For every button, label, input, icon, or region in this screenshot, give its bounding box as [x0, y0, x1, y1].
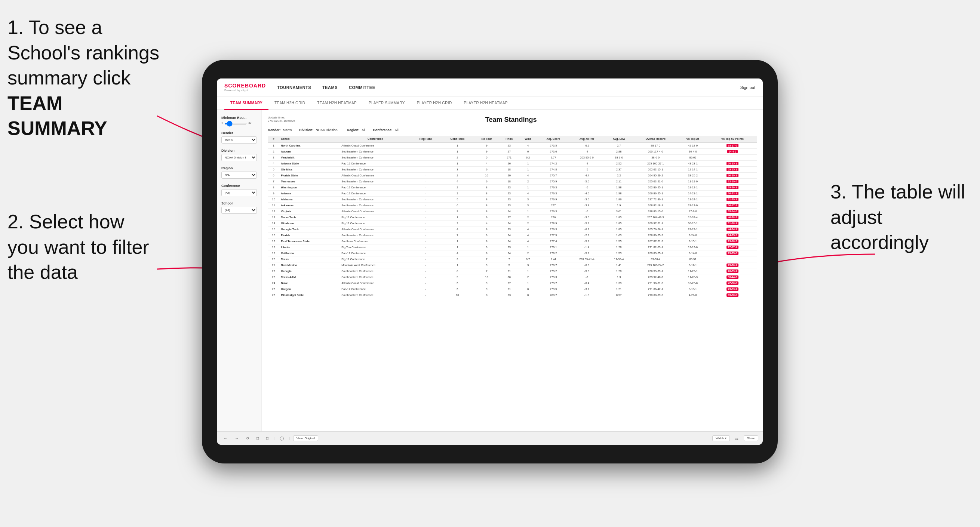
table-cell: -	[410, 203, 441, 209]
share-button[interactable]: Share	[744, 435, 758, 441]
table-cell: 25	[268, 286, 279, 292]
table-cell: -2.9	[570, 232, 604, 238]
subnav-player-h2h-grid[interactable]: PLAYER H2H GRID	[411, 97, 458, 110]
filter-row: Gender: Men's Division: NCAA Division I …	[268, 128, 757, 132]
table-cell: 1.55	[604, 238, 634, 244]
table-cell: 24	[500, 221, 519, 227]
table-cell: Big Ten Conference	[340, 244, 410, 251]
table-cell: 8	[441, 268, 474, 275]
nav-sign-out[interactable]: Sign out	[740, 85, 755, 90]
table-cell: 80.91	[678, 256, 708, 262]
table-cell: 267 104-42-3	[633, 214, 677, 221]
sidebar-region-select[interactable]: N/A All	[221, 171, 257, 179]
table-cell: 7	[268, 179, 279, 185]
table-cell: 33-44-3	[708, 275, 757, 280]
sidebar-max-val: 30	[248, 121, 251, 124]
score-badge: 29-25-0	[727, 252, 738, 255]
table-cell: Florida State	[279, 173, 340, 179]
view-original-button[interactable]: View: Original	[293, 435, 318, 441]
sidebar-division-select[interactable]: NCAA Division I NCAA Division II NCAA Di…	[221, 154, 257, 161]
table-cell: 5	[500, 262, 519, 268]
sidebar-gender-select[interactable]: Men's Women's	[221, 137, 257, 143]
score-badge: 20-39-1	[727, 270, 738, 273]
table-cell: 9-19-1	[678, 286, 708, 292]
table-cell: -	[410, 292, 441, 298]
subnav-player-summary[interactable]: PLAYER SUMMARY	[363, 97, 411, 110]
table-cell: 266 86-25-1	[633, 190, 677, 197]
table-cell: 277.4	[537, 238, 570, 244]
subnav: TEAM SUMMARY TEAM H2H GRID TEAM H2H HEAT…	[217, 97, 763, 110]
sidebar-conference-select[interactable]: (All)	[221, 189, 257, 196]
table-cell: 255 63-21-0	[633, 179, 677, 185]
watch-button[interactable]: Watch ▾	[712, 435, 730, 441]
filter-conference: Conference: All	[373, 128, 399, 132]
toolbar-clock[interactable]: ◯	[277, 435, 286, 441]
table-cell: Southeastern Conference	[340, 268, 410, 275]
table-cell: Pac-12 Conference	[340, 251, 410, 256]
subnav-player-h2h-heatmap[interactable]: PLAYER H2H HEATMAP	[458, 97, 513, 110]
table-cell: -5	[570, 167, 604, 173]
col-reg-rank: Reg Rank	[410, 136, 441, 143]
table-cell: -	[410, 268, 441, 275]
table-cell: 24	[268, 280, 279, 286]
table-cell: 4	[268, 161, 279, 167]
tablet-screen: SCOREBOARD Powered by clippi TOURNAMENTS…	[217, 78, 763, 445]
sidebar-school-select[interactable]: (All)	[221, 207, 257, 214]
table-cell: 277	[537, 203, 570, 209]
score-badge: 39-20-1	[727, 186, 738, 189]
toolbar-reload[interactable]: ↻	[244, 435, 251, 441]
table-cell: 4	[474, 221, 500, 227]
table-row: 9ArizonaPac-12 Conference-28234276.3-4.6…	[268, 190, 757, 197]
subnav-team-summary[interactable]: TEAM SUMMARY	[224, 97, 269, 110]
table-cell: -6.2	[570, 227, 604, 232]
table-cell: 273.5	[537, 143, 570, 149]
table-row: 6Florida StateAtlantic Coast Conference-…	[268, 173, 757, 179]
table-cell: Pac-12 Conference	[340, 286, 410, 292]
subnav-team-h2h-grid[interactable]: TEAM H2H GRID	[269, 97, 311, 110]
table-cell: 23-13-0	[678, 203, 708, 209]
score-badge: 15-30-0	[727, 294, 738, 297]
table-cell: 1	[268, 143, 279, 149]
table-cell: Big 12 Conference	[340, 221, 410, 227]
table-cell: 27	[500, 280, 519, 286]
score-badge: 35-14-0	[727, 210, 738, 213]
table-cell: New Mexico	[279, 262, 340, 268]
table-cell: 266 59-39-1	[633, 268, 677, 275]
filter-region-value: All	[361, 128, 365, 132]
col-conf-rank: Conf Rank	[441, 136, 474, 143]
table-cell: 2	[441, 155, 474, 161]
table-cell: 279.2	[537, 268, 570, 275]
table-cell: -4.4	[570, 173, 604, 179]
table-cell: 265 76-26-1	[633, 227, 677, 232]
table-cell: 279.5	[537, 286, 570, 292]
nav-teams[interactable]: TEAMS	[322, 84, 337, 91]
toolbar-back[interactable]: ←	[221, 435, 229, 441]
toolbar-plus[interactable]: □	[264, 435, 271, 441]
table-cell: 22	[268, 268, 279, 275]
toolbar-forward[interactable]: →	[232, 435, 241, 441]
minimum-rounds-slider[interactable]	[224, 123, 247, 124]
col-conference: Conference	[340, 136, 410, 143]
nav-tournaments[interactable]: TOURNAMENTS	[277, 84, 311, 91]
table-cell: 13-24-1	[678, 197, 708, 203]
filter-conference-label: Conference:	[373, 128, 393, 132]
table-cell: 20	[268, 256, 279, 262]
table-cell: 2.77	[537, 155, 570, 161]
table-cell: -4	[570, 161, 604, 167]
table-cell: 30-15-1	[678, 221, 708, 227]
table-cell: 29-20-1	[708, 262, 757, 268]
score-badge: 33-44-3	[727, 275, 738, 279]
table-cell: -	[410, 227, 441, 232]
table-cell: 15-32-4	[678, 214, 708, 221]
toolbar-share-small[interactable]: □	[254, 435, 261, 441]
score-badge: 32-19-0	[727, 180, 738, 183]
table-cell: Texas	[279, 256, 340, 262]
subnav-team-h2h-heatmap[interactable]: TEAM H2H HEATMAP	[311, 97, 363, 110]
table-cell: 1.39	[604, 280, 634, 286]
table-row: 8WashingtonPac-12 Conference-28231276.3-…	[268, 185, 757, 190]
nav-committee[interactable]: COMMITTEE	[349, 84, 375, 91]
table-cell: 4	[474, 161, 500, 167]
table-cell: 6	[268, 173, 279, 179]
toolbar-grid[interactable]: ☷	[733, 435, 741, 441]
table-cell: 42-18-0	[678, 143, 708, 149]
